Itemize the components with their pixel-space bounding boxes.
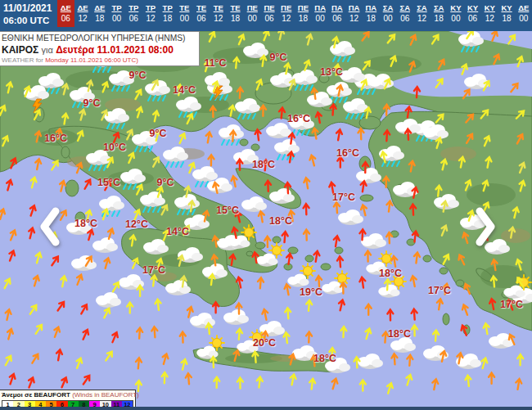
timeline-day-label: ΠΕ [244,2,261,13]
timeline-step-ΠΑ-06[interactable]: ΠΑ06 [329,0,346,27]
timeline-day-label: ΚΥ [498,2,516,13]
temperature-label: 17°C [428,285,451,296]
timeline-hour-label: 18 [295,13,312,24]
timeline-day-label: ΠΑ [345,2,363,13]
timeline-step-ΤΡ-18[interactable]: ΤΡ18 [159,0,176,27]
timeline-hour-label: 12 [345,13,363,24]
timeline-step-ΤΡ-06[interactable]: ΤΡ06 [125,0,142,27]
timeline-hour-label: 06 [57,13,74,24]
next-timestep-button[interactable] [473,206,498,247]
timeline-day-label: ΔΕ [515,2,532,13]
timeline-step-ΣΑ-12[interactable]: ΣΑ12 [413,0,431,27]
timeline-step-ΠΑ-18[interactable]: ΠΑ18 [363,0,380,27]
timeline-day-label: ΠΕ [261,2,278,13]
timeline-step-ΤΕ-06[interactable]: ΤΕ06 [193,0,210,27]
timeline-day-label: ΔΕ [91,2,108,13]
timeline-step-ΚΥ-12[interactable]: ΚΥ12 [481,0,498,27]
timeline-step-ΔΕ-06[interactable]: ΔΕ06 [57,0,74,27]
timeline-hour-label: 18 [498,13,516,24]
temperature-label: 16°C [287,113,310,124]
forecast-date-gr: Δευτέρα 11.01.2021 08:00 [56,44,174,56]
temperature-label: 18°C [379,268,402,279]
for-word-gr: για [42,45,53,55]
agency-name: ΕΘΝΙΚΗ ΜΕΤΕΩΡΟΛΟΓΙΚΗ ΥΠΗΡΕΣΙΑ (HNMS) [2,34,196,43]
timeline-step-ΚΥ-00[interactable]: ΚΥ00 [448,0,465,27]
timeline-step-ΠΕ-00[interactable]: ΠΕ00 [244,0,261,27]
timeline-day-label: ΔΕ [74,2,92,13]
timeline-hour-label: 00 [244,13,261,24]
timeline-step-ΣΑ-18[interactable]: ΣΑ18 [431,0,448,27]
timeline-step-ΚΥ-06[interactable]: ΚΥ06 [464,0,481,27]
temperature-label: 17°C [500,299,523,310]
timeline-step-ΤΡ-12[interactable]: ΤΡ12 [142,0,160,27]
timeline-day-label: ΤΕ [176,2,193,13]
timeline-step-ΤΕ-12[interactable]: ΤΕ12 [210,0,227,27]
temperature-label: 17°C [332,191,355,203]
timeline-hour-label: 12 [277,13,295,24]
timeline-day-label: ΠΕ [295,2,312,13]
timeline-step-ΠΕ-12[interactable]: ΠΕ12 [277,0,295,27]
temperature-label: 13°C [320,66,343,78]
forecast-date-en: Monday 11.01.2021 06:00 UTC) [45,56,138,64]
timeline-day-label: ΣΑ [413,2,431,13]
timeline-day-label: ΠΕ [277,2,295,13]
temperature-label: 20°C [253,337,276,349]
timeline-hour-label: 18 [227,13,244,24]
weather-word-en: WEATHER for [2,56,43,64]
temperature-label: 18°C [74,218,97,229]
timeline-hour-label: 18 [431,13,448,24]
timeline-hour-label: 06 [193,13,210,24]
timeline-hour-label: 00 [312,13,329,24]
chevron-left-icon [38,206,62,247]
temperature-label: 18°C [313,353,336,364]
forecast-timeline-bar: 11/01/2021 06:00 UTC ΔΕ06ΔΕ12ΔΕ18ΤΡ00ΤΡ0… [0,0,532,31]
timeline-day-label: ΤΡ [125,2,142,13]
timeline-day-label: ΔΕ [57,2,74,13]
forecast-title-greek: ΚΑΙΡΟΣ για Δευτέρα 11.01.2021 08:00 [2,44,196,56]
timeline-day-label: ΣΑ [380,2,397,13]
timeline-day-label: ΤΕ [193,2,210,13]
timeline-step-ΠΕ-18[interactable]: ΠΕ18 [295,0,312,27]
chevron-right-icon [473,206,498,247]
timeline-step-ΠΑ-00[interactable]: ΠΑ00 [312,0,329,27]
timeline-step-ΣΑ-06[interactable]: ΣΑ06 [396,0,413,27]
temperature-label: 12°C [125,219,148,230]
timeline-day-label: ΠΑ [329,2,346,13]
timeline-hour-label: 00 [176,13,193,24]
temperature-label: 18°C [269,215,292,227]
timeline-step-ΤΡ-00[interactable]: ΤΡ00 [108,0,125,27]
forecast-header-box: ΕΘΝΙΚΗ ΜΕΤΕΩΡΟΛΟΓΙΚΗ ΥΠΗΡΕΣΙΑ (HNMS) ΚΑΙ… [0,31,200,66]
timeline-step-ΤΕ-00[interactable]: ΤΕ00 [176,0,193,27]
temperature-label: 17°C [142,264,165,276]
timeline-step-ΠΑ-12[interactable]: ΠΑ12 [345,0,363,27]
time-label: 06:00 UTC [3,15,57,26]
temperature-label: 9°C [150,128,167,139]
timeline-day-label: ΤΡ [142,2,160,13]
timeline-step-ΚΥ-18[interactable]: ΚΥ18 [498,0,516,27]
legend-title: Άνεμοι σε BEAUFORT (Winds in BEAUFORT) [2,391,133,399]
timeline-hour-label: 00 [108,13,125,24]
timeline-hour-label: 12 [74,13,92,24]
temperature-label: 14°C [166,226,189,237]
timeline-day-label: ΚΥ [481,2,498,13]
timeline-hour-label: 12 [210,13,227,24]
timeline-step-ΣΑ-00[interactable]: ΣΑ00 [380,0,397,27]
temperature-label: 9°C [129,70,147,81]
temperature-label: 14°C [173,84,196,96]
temperature-label: 11°C [204,57,226,69]
date-label: 11/01/2021 [3,2,57,15]
timeline-step-ΔΕ-00[interactable]: ΔΕ00 [515,0,532,27]
temperature-label: 19°C [300,286,322,298]
temperature-label: 18°C [252,159,275,170]
temperature-label: 9°C [270,52,287,63]
current-datetime: 11/01/2021 06:00 UTC [0,0,57,31]
timeline-day-label: ΤΕ [227,2,244,13]
timeline-step-ΔΕ-18[interactable]: ΔΕ18 [91,0,108,27]
temperature-label: 16°C [44,133,67,144]
timeline-step-ΤΕ-18[interactable]: ΤΕ18 [227,0,244,27]
timeline-step-ΔΕ-12[interactable]: ΔΕ12 [74,0,92,27]
weather-word-gr: ΚΑΙΡΟΣ [2,44,38,56]
timeline-hour-label: 12 [481,13,498,24]
previous-timestep-button[interactable] [38,206,62,247]
timeline-step-ΠΕ-06[interactable]: ΠΕ06 [261,0,278,27]
